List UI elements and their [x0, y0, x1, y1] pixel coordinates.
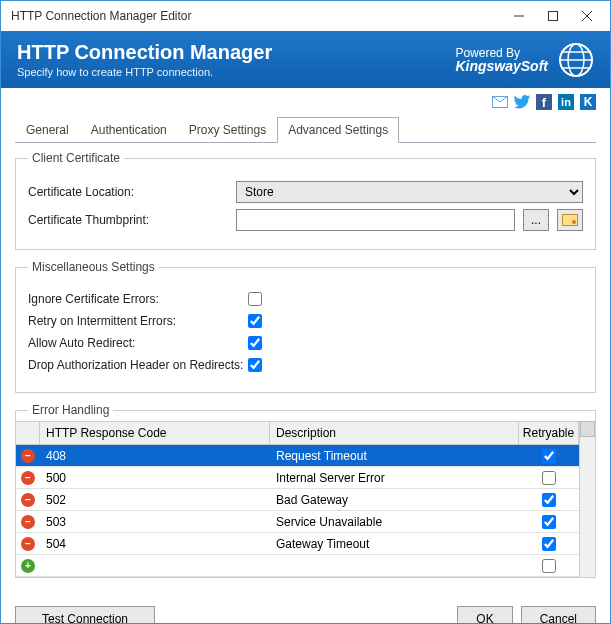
cell-retryable-checkbox[interactable]: [542, 515, 556, 529]
header-subtitle: Specify how to create HTTP connection.: [17, 66, 455, 78]
cell-retryable-checkbox[interactable]: [542, 559, 556, 573]
add-row-icon[interactable]: +: [21, 559, 35, 573]
cell-desc[interactable]: Request Timeout: [270, 447, 519, 465]
misc-label-0: Ignore Certificate Errors:: [28, 292, 248, 306]
cell-retryable-checkbox[interactable]: [542, 537, 556, 551]
remove-row-icon[interactable]: −: [21, 493, 35, 507]
col-retryable[interactable]: Retryable: [519, 422, 579, 444]
footer: Test Connection OK Cancel: [1, 598, 610, 624]
remove-row-icon[interactable]: −: [21, 537, 35, 551]
client-cert-legend: Client Certificate: [28, 151, 124, 165]
cert-thumbprint-input[interactable]: [236, 209, 515, 231]
maximize-button[interactable]: [536, 5, 570, 27]
cell-code[interactable]: 500: [40, 469, 270, 487]
window-title: HTTP Connection Manager Editor: [11, 9, 502, 23]
thumbprint-cert-button[interactable]: [557, 209, 583, 231]
cert-thumbprint-label: Certificate Thumbprint:: [28, 213, 228, 227]
misc-checkbox-0[interactable]: [248, 292, 262, 306]
table-row[interactable]: −503Service Unavailable: [16, 511, 579, 533]
svg-rect-1: [549, 12, 558, 21]
social-bar: f in K: [1, 88, 610, 114]
col-desc[interactable]: Description: [270, 422, 519, 444]
header: HTTP Connection Manager Specify how to c…: [1, 31, 610, 88]
k-icon[interactable]: K: [580, 94, 596, 110]
cancel-button[interactable]: Cancel: [521, 606, 596, 624]
cell-code[interactable]: 408: [40, 447, 270, 465]
misc-label-3: Drop Authorization Header on Redirects:: [28, 358, 248, 372]
tab-advanced-settings[interactable]: Advanced Settings: [277, 117, 399, 143]
misc-checkbox-2[interactable]: [248, 336, 262, 350]
cell-retryable-checkbox[interactable]: [542, 493, 556, 507]
mail-icon[interactable]: [492, 94, 508, 110]
misc-label-2: Allow Auto Redirect:: [28, 336, 248, 350]
titlebar: HTTP Connection Manager Editor: [1, 1, 610, 31]
grid-header: HTTP Response Code Description Retryable: [16, 421, 579, 445]
table-row[interactable]: −504Gateway Timeout: [16, 533, 579, 555]
twitter-icon[interactable]: [514, 94, 530, 110]
cell-code[interactable]: 503: [40, 513, 270, 531]
cell-retryable-checkbox[interactable]: [542, 471, 556, 485]
tab-authentication[interactable]: Authentication: [80, 117, 178, 143]
remove-row-icon[interactable]: −: [21, 471, 35, 485]
test-connection-button[interactable]: Test Connection: [15, 606, 155, 624]
ok-button[interactable]: OK: [457, 606, 512, 624]
remove-row-icon[interactable]: −: [21, 515, 35, 529]
error-handling-legend: Error Handling: [28, 403, 113, 417]
scroll-up-icon: [580, 421, 595, 437]
cell-code[interactable]: 502: [40, 491, 270, 509]
svg-point-11: [572, 220, 576, 224]
cell-desc[interactable]: Gateway Timeout: [270, 535, 519, 553]
col-code[interactable]: HTTP Response Code: [40, 422, 270, 444]
facebook-icon[interactable]: f: [536, 94, 552, 110]
cell-retryable-checkbox[interactable]: [542, 449, 556, 463]
minimize-button[interactable]: [502, 5, 536, 27]
misc-settings-group: Miscellaneous Settings Ignore Certificat…: [15, 260, 596, 393]
kingswaysoft-logo: Powered By KingswaySoft: [455, 47, 548, 73]
tab-content-advanced: Client Certificate Certificate Location:…: [1, 143, 610, 598]
grid-scrollbar[interactable]: [579, 421, 595, 577]
cert-location-label: Certificate Location:: [28, 185, 228, 199]
table-row[interactable]: −408Request Timeout: [16, 445, 579, 467]
misc-legend: Miscellaneous Settings: [28, 260, 159, 274]
tab-proxy-settings[interactable]: Proxy Settings: [178, 117, 277, 143]
thumbprint-browse-button[interactable]: ...: [523, 209, 549, 231]
misc-checkbox-3[interactable]: [248, 358, 262, 372]
cell-desc[interactable]: Bad Gateway: [270, 491, 519, 509]
cell-code[interactable]: 504: [40, 535, 270, 553]
tabs: GeneralAuthenticationProxy SettingsAdvan…: [15, 116, 596, 143]
remove-row-icon[interactable]: −: [21, 449, 35, 463]
header-title: HTTP Connection Manager: [17, 41, 455, 64]
cell-desc[interactable]: Internal Server Error: [270, 469, 519, 487]
misc-label-1: Retry on Intermittent Errors:: [28, 314, 248, 328]
client-certificate-group: Client Certificate Certificate Location:…: [15, 151, 596, 250]
close-button[interactable]: [570, 5, 604, 27]
svg-rect-10: [563, 215, 578, 226]
add-row[interactable]: +: [16, 555, 579, 577]
error-handling-group: Error Handling HTTP Response Code Descri…: [15, 403, 596, 578]
cell-desc[interactable]: Service Unavailable: [270, 513, 519, 531]
linkedin-icon[interactable]: in: [558, 94, 574, 110]
table-row[interactable]: −500Internal Server Error: [16, 467, 579, 489]
cert-location-select[interactable]: Store: [236, 181, 583, 203]
table-row[interactable]: −502Bad Gateway: [16, 489, 579, 511]
globe-icon: [558, 42, 594, 78]
misc-checkbox-1[interactable]: [248, 314, 262, 328]
tab-general[interactable]: General: [15, 117, 80, 143]
